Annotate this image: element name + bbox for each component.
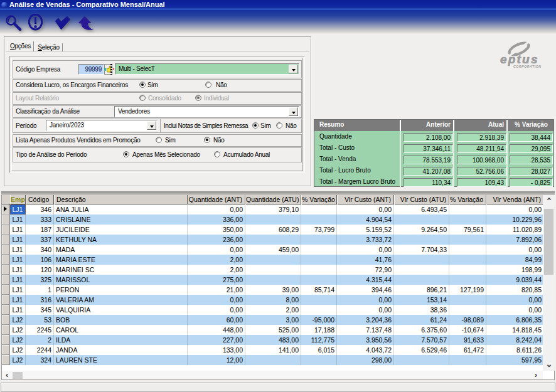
svg-text:eptus: eptus	[500, 53, 539, 66]
svg-text:CORPORATION: CORPORATION	[513, 65, 542, 68]
